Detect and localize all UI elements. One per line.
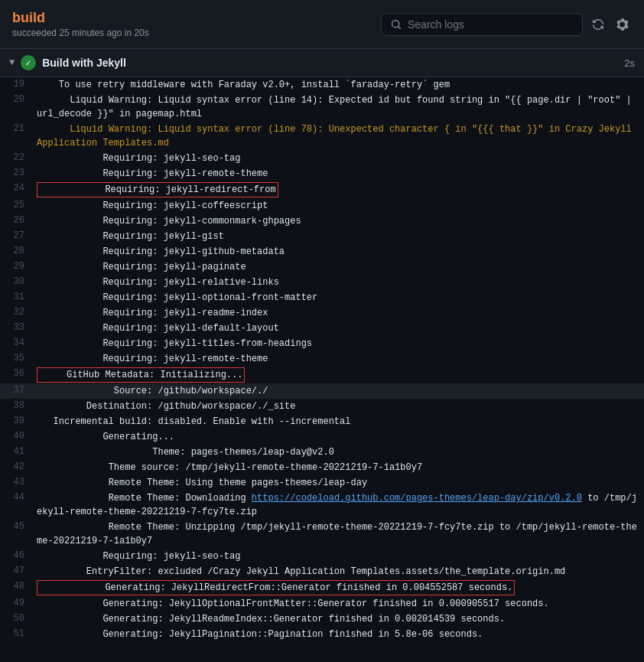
log-line: 39 Incremental build: disabled. Enable w… [0,414,644,429]
line-content: Requiring: jekyll-readme-index [37,306,644,320]
line-number: 30 [0,276,37,287]
log-line: 23 Requiring: jekyll-remote-theme [0,166,644,181]
line-content: Requiring: jekyll-gist [37,230,644,243]
search-bar[interactable] [381,13,583,36]
line-content: Requiring: jekyll-paginate [37,260,644,274]
line-number: 39 [0,415,37,426]
header: build succeeded 25 minutes ago in 20s [0,0,644,49]
log-line: 50 Generating: JekyllReadmeIndex::Genera… [0,611,644,627]
line-content: Requiring: jekyll-relative-links [37,276,644,289]
line-number: 49 [0,597,37,608]
line-content: Requiring: jekyll-seo-tag [37,549,644,563]
line-number: 21 [0,122,37,134]
line-number: 24 [0,182,37,194]
log-line: 25 Requiring: jekyll-coffeescript [0,198,644,214]
log-line: 44 Remote Theme: Downloading https://cod… [0,491,644,520]
header-left: build succeeded 25 minutes ago in 20s [12,10,149,38]
line-content: Requiring: jekyll-default-layout [37,321,644,335]
log-line: 47 EntryFilter: excluded /Crazy Jekyll A… [0,564,644,579]
line-content: GitHub Metadata: Initializing... [37,367,644,383]
line-number: 44 [0,491,37,503]
log-line: 24 Requiring: jekyll-redirect-from [0,181,644,198]
log-line: 38 Destination: /github/workspace/./_sit… [0,399,644,414]
line-content: Requiring: jekyll-remote-theme [37,167,644,181]
settings-button[interactable] [613,15,632,34]
line-number: 46 [0,549,37,561]
log-line: 30 Requiring: jekyll-relative-links [0,275,644,290]
line-content: Destination: /github/workspace/./_site [37,399,644,413]
log-line: 19 To use retry middleware with Faraday … [0,77,644,93]
line-content: Generating... [37,430,644,444]
line-content: Requiring: jekyll-titles-from-headings [37,337,644,351]
build-subtitle: succeeded 25 minutes ago in 20s [12,28,149,38]
search-icon [391,19,402,30]
log-line: 35 Requiring: jekyll-remote-theme [0,351,644,367]
line-number: 34 [0,337,37,348]
log-line: 21 Liquid Warning: Liquid syntax error (… [0,122,644,151]
log-line: 46 Requiring: jekyll-seo-tag [0,549,644,564]
log-line: 26 Requiring: jekyll-commonmark-ghpages [0,214,644,229]
line-content: Generating: JekyllOptionalFrontMatter::G… [37,597,644,611]
log-line: 22 Requiring: jekyll-seo-tag [0,151,644,166]
log-line: 45 Remote Theme: Unzipping /tmp/jekyll-r… [0,520,644,549]
line-number: 32 [0,306,37,318]
line-number: 48 [0,580,37,592]
build-title: build [12,10,149,26]
log-line: 51 Generating: JekyllPagination::Paginat… [0,627,644,642]
line-content: To use retry middleware with Faraday v2.… [37,78,644,92]
line-number: 42 [0,461,37,472]
log-line: 43 Remote Theme: Using theme pages-theme… [0,475,644,491]
line-number: 37 [0,384,37,396]
line-number: 35 [0,352,37,364]
line-content: Generating: JekyllRedirectFrom::Generato… [37,580,644,595]
log-area: 19 To use retry middleware with Faraday … [0,77,644,642]
line-content: Incremental build: disabled. Enable with… [37,415,644,429]
line-content: Remote Theme: Using theme pages-themes/l… [37,476,644,490]
line-number: 25 [0,199,37,210]
log-line: 48 Generating: JekyllRedirectFrom::Gener… [0,579,644,596]
line-number: 40 [0,430,37,442]
line-number: 28 [0,245,37,256]
line-number: 43 [0,476,37,488]
line-number: 20 [0,93,37,105]
line-content: Generating: JekyllReadmeIndex::Generator… [37,612,644,626]
log-line: 34 Requiring: jekyll-titles-from-heading… [0,336,644,351]
refresh-button[interactable] [589,15,607,34]
line-number: 38 [0,399,37,411]
line-number: 23 [0,167,37,178]
log-line: 32 Requiring: jekyll-readme-index [0,305,644,321]
log-line: 37 Source: /github/workspace/./ [0,383,644,399]
line-content: Requiring: jekyll-coffeescript [37,199,644,213]
line-content: Requiring: jekyll-remote-theme [37,352,644,366]
log-line: 49 Generating: JekyllOptionalFrontMatter… [0,596,644,611]
search-input[interactable] [408,18,573,31]
line-number: 26 [0,214,37,226]
log-line: 28 Requiring: jekyll-github-metadata [0,244,644,259]
line-content: Requiring: jekyll-redirect-from [37,182,644,197]
line-number: 47 [0,565,37,576]
log-link[interactable]: https://codeload.github.com/pages-themes… [252,493,582,504]
line-content: Generating: JekyllPagination::Pagination… [37,628,644,641]
line-number: 19 [0,78,37,90]
refresh-icon [592,18,604,31]
line-content: EntryFilter: excluded /Crazy Jekyll Appl… [37,565,644,579]
line-number: 33 [0,321,37,333]
line-number: 31 [0,291,37,302]
header-right [381,13,632,36]
line-number: 36 [0,367,37,379]
line-content: Theme: pages-themes/leap-day@v2.0 [37,445,644,459]
line-content: Requiring: jekyll-github-metadata [37,245,644,259]
chevron-down-icon: ▼ [9,57,15,68]
build-section-header[interactable]: ▼ ✓ Build with Jekyll 2s [0,49,644,77]
log-line: 36 GitHub Metadata: Initializing... [0,367,644,383]
line-content: Requiring: jekyll-commonmark-ghpages [37,214,644,228]
line-number: 51 [0,628,37,639]
log-line: 31 Requiring: jekyll-optional-front-matt… [0,290,644,305]
log-line: 33 Requiring: jekyll-default-layout [0,321,644,336]
line-number: 41 [0,445,37,457]
settings-icon [616,18,629,31]
line-number: 45 [0,520,37,532]
line-content: Liquid Warning: Liquid syntax error (lin… [37,122,644,150]
line-content: Liquid Warning: Liquid syntax error (lin… [37,93,644,121]
build-success-icon: ✓ [21,55,36,70]
